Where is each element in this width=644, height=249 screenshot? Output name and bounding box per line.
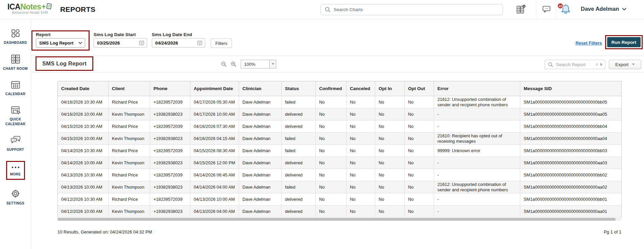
table-cell: 04/15/2026 08:30 AM [190,145,239,157]
date-start-input[interactable]: 03/25/2026 30 [94,38,147,48]
table-cell: No [347,205,375,218]
column-header: Canceled [347,81,375,96]
table-cell: No [375,108,405,120]
chart-room-add-button[interactable] [516,5,526,14]
logo-plus: + [42,2,46,11]
calendar-icon[interactable]: 30 [197,40,202,46]
chevron-down-icon [78,42,82,44]
sidebar-item-settings[interactable]: SETTINGS [1,189,30,206]
notification-badge: 10 [557,3,564,9]
search-report-input[interactable]: Search Report [545,60,605,69]
table-cell: 04/16/2026 07:30 AM [190,120,239,133]
table-cell: No [316,169,347,181]
search-icon [325,7,331,12]
table-cell: Kevin Thompson [109,181,150,193]
table-cell: No [316,157,347,169]
table-cell: Richard Price [109,169,150,181]
ellipsis-icon [10,166,21,169]
table-cell: 04/16/2026 10:00 AM [58,108,109,120]
table-cell: No [405,120,434,133]
table-cell: 04/14/2026 10:30 AM [58,145,109,157]
table-cell: No [316,108,347,120]
messages-button[interactable] [542,5,551,13]
reset-filters-link[interactable]: Reset Filters [575,40,602,46]
filters-button[interactable]: Filters [211,38,232,48]
zoom-level-input[interactable]: 100% [241,60,270,68]
report-footer: 10 Results, Generated on: 04/24/2026 04:… [57,229,621,234]
table-cell: failed [282,181,316,193]
table-cell: 21612: Unsupported combination of sender… [434,181,520,193]
date-end-input[interactable]: 04/24/2026 30 [152,38,205,48]
logo-subtitle: Behavioral Health EHR [7,11,52,15]
table-cell: delivered [282,157,316,169]
logo-document-icon [46,3,52,10]
icanotes-logo[interactable]: ICANotes+ Behavioral Health EHR [7,2,52,15]
table-cell: 04/15/2026 10:30 AM [58,120,109,133]
report-select[interactable]: SMS Log Report [36,38,85,48]
column-header: Error [434,81,520,96]
table-cell: +18239572039 [150,120,190,133]
sidebar-item-more[interactable]: MORE [1,166,30,177]
table-cell: Richard Price [109,193,150,205]
table-cell: +19382938023 [150,133,190,145]
table-cell: Dave Adelman [239,96,282,108]
table-cell: No [375,181,405,193]
table-cell: No [347,108,375,120]
table-cell: 04/13/2026 10:30 AM [58,169,109,181]
table-cell: 04/16/2026 10:30 AM [58,96,109,108]
svg-text:30: 30 [199,43,201,45]
scrollbar-thumb[interactable] [57,218,616,221]
table-cell: No [375,169,405,181]
report-toolbar: SMS Log Report 100% [31,56,644,73]
table-row: 04/14/2026 10:00 AMKevin Thompson+193829… [58,157,622,169]
column-header: Confirmed [316,81,347,96]
table-cell: Richard Price [109,145,150,157]
zoom-level-dropdown-button[interactable] [270,60,276,68]
sidebar-item-support[interactable]: SUPPORT [1,135,30,152]
main-content: Report SMS Log Report Sms Log Date Start… [31,19,644,249]
page-indicator: Pg 1 of 1 [604,229,621,234]
table-cell: No [347,145,375,157]
search-next-icon[interactable] [600,62,603,66]
table-header-row: Created DateClientPhoneAppointment DateC… [58,81,622,96]
calendar-icon[interactable]: 30 [139,40,144,46]
table-cell: No [405,108,434,120]
table-cell: No [316,181,347,193]
table-cell: 04/14/2026 06:45 AM [190,169,239,181]
table-cell: SM1a00000000000000000000000000aa05 [520,108,622,120]
report-filter-annotation-box: Report SMS Log Report [31,30,90,51]
search-charts-placeholder: Search Charts [334,7,363,12]
file-cabinets-icon [10,54,21,64]
sidebar-item-dashboard[interactable]: DASHBOARD [1,29,30,45]
logo-text-ica: ICA [7,2,20,11]
zoom-out-icon[interactable] [221,61,227,67]
table-cell: SM1a00000000000000000000000000bb01 [520,193,622,205]
search-prev-icon[interactable] [595,62,598,66]
notifications-button[interactable]: 10 [559,3,572,16]
sidebar-item-quick-calendar[interactable]: QUICK CALENDAR [1,105,30,127]
table-cell: SM1a00000000000000000000000000bb04 [520,120,622,133]
export-button[interactable]: Export [609,60,641,69]
horizontal-scrollbar[interactable] [57,218,621,221]
table-cell: Richard Price [109,96,150,108]
table-cell: failed [282,96,316,108]
column-header: Clinician [239,81,282,96]
table-cell: Dave Adelman [239,169,282,181]
table-row: 04/13/2026 10:00 AMKevin Thompson+193829… [58,181,622,193]
table-cell: SM1a00000000000000000000000000bb03 [520,145,622,157]
results-summary: 10 Results, Generated on: 04/24/2026 04:… [57,229,152,234]
table-cell: 04/13/2026 10:00 AM [190,193,239,205]
run-report-button[interactable]: Run Report [607,37,641,47]
svg-text:30: 30 [141,43,143,45]
table-cell: No [405,169,434,181]
table-cell: 04/14/2026 04:00 AM [190,181,239,193]
table-cell: No [316,120,347,133]
search-charts-input[interactable]: Search Charts [320,4,503,15]
filter-bar: Report SMS Log Report Sms Log Date Start… [31,19,644,51]
table-cell: Dave Adelman [239,193,282,205]
sidebar-item-chart-room[interactable]: CHART ROOM [1,54,30,71]
user-menu[interactable]: Dave Adelman [581,6,626,12]
zoom-in-icon[interactable] [231,61,237,67]
table-cell: Dave Adelman [239,157,282,169]
sidebar-item-calendar[interactable]: CALENDAR [1,80,30,96]
